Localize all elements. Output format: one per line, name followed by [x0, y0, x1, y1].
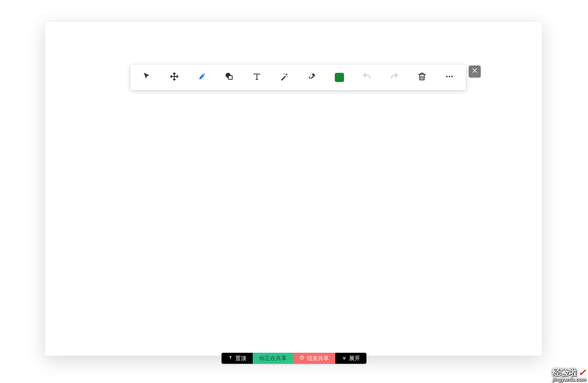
- wand-tool[interactable]: [271, 66, 298, 88]
- stop-share-button[interactable]: 结束共享: [293, 353, 335, 364]
- svg-point-4: [451, 76, 453, 77]
- svg-point-2: [446, 76, 448, 77]
- trash-button[interactable]: [408, 66, 436, 88]
- svg-point-3: [449, 76, 450, 77]
- expand-label: 展开: [349, 355, 360, 362]
- color-swatch-icon: [335, 73, 344, 82]
- pointer-tool[interactable]: [133, 66, 161, 88]
- undo-button[interactable]: [353, 66, 381, 88]
- sharing-status-bar: 置顶 你正在共享 结束共享 展开: [222, 353, 366, 364]
- sharing-indicator: 你正在共享: [253, 353, 293, 364]
- close-button[interactable]: [469, 66, 481, 77]
- text-tool[interactable]: [243, 66, 271, 88]
- wand-icon: [279, 71, 289, 83]
- close-icon: [471, 67, 478, 76]
- shape-icon: [224, 71, 234, 83]
- marker-icon: [197, 71, 207, 83]
- undo-icon: [362, 71, 372, 83]
- marker-tool[interactable]: [188, 66, 216, 88]
- expand-button[interactable]: 展开: [335, 353, 366, 364]
- more-icon: [444, 71, 455, 83]
- eraser-tool[interactable]: [298, 66, 326, 88]
- pin-icon: [228, 355, 233, 361]
- toolbar-wrapper: [130, 65, 481, 90]
- cursor-icon: [142, 71, 152, 83]
- annotation-toolbar: [130, 65, 466, 90]
- more-button[interactable]: [436, 66, 463, 88]
- pin-label: 置顶: [235, 355, 246, 362]
- watermark: 经验啦 ✓ jingyanla.com: [552, 367, 586, 382]
- shape-tool[interactable]: [216, 66, 243, 88]
- eraser-icon: [307, 71, 317, 83]
- color-picker[interactable]: [326, 66, 353, 88]
- move-icon: [169, 71, 179, 83]
- watermark-url: jingyanla.com: [552, 377, 586, 382]
- stop-label: 结束共享: [307, 355, 329, 362]
- svg-rect-1: [228, 76, 232, 79]
- redo-icon: [389, 71, 399, 83]
- pin-button[interactable]: 置顶: [222, 353, 253, 364]
- text-icon: [252, 71, 262, 83]
- move-tool[interactable]: [161, 66, 188, 88]
- stop-icon: [300, 355, 305, 361]
- expand-icon: [342, 355, 347, 361]
- sharing-label: 你正在共享: [259, 355, 287, 362]
- redo-button[interactable]: [381, 66, 408, 88]
- trash-icon: [417, 71, 427, 83]
